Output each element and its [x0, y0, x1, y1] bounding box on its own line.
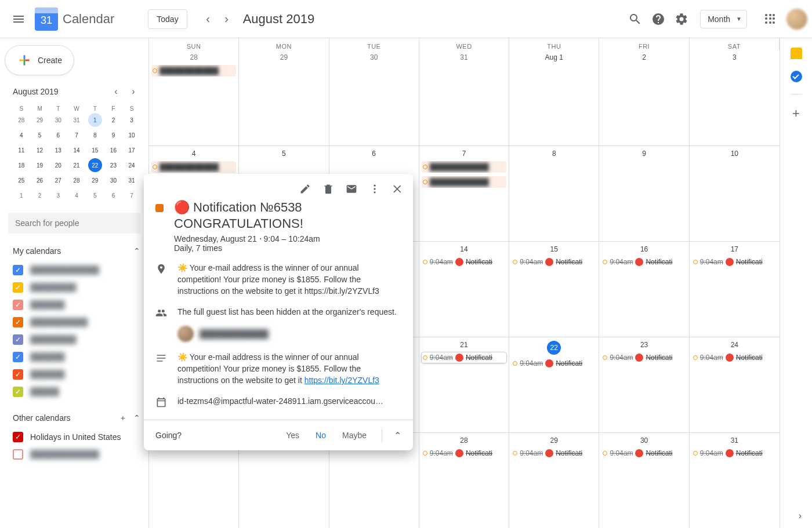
- other-calendars-toggle[interactable]: ⌃: [133, 413, 140, 423]
- add-addon-button[interactable]: +: [792, 106, 800, 121]
- mini-day[interactable]: 4: [70, 188, 84, 202]
- mini-day[interactable]: 29: [33, 113, 47, 127]
- next-month-button[interactable]: ›: [217, 10, 236, 28]
- mini-day[interactable]: 5: [88, 188, 102, 202]
- event-chip[interactable]: 9:04am Notificati: [601, 352, 686, 363]
- mini-day[interactable]: 6: [106, 188, 120, 202]
- day-cell[interactable]: 309:04am Notificati: [599, 433, 689, 528]
- mini-day[interactable]: 24: [125, 158, 139, 172]
- event-chip[interactable]: 9:04am Notificati: [512, 257, 596, 267]
- mini-day[interactable]: 8: [88, 128, 102, 142]
- mini-day[interactable]: 2: [106, 113, 120, 127]
- day-cell[interactable]: 149:04am Notificati: [419, 242, 509, 337]
- event-chip[interactable]: 9:04am Notificati: [601, 257, 686, 267]
- calendar-item[interactable]: ✓██████: [13, 348, 140, 366]
- rsvp-no-button[interactable]: No: [312, 428, 329, 442]
- day-cell[interactable]: 229:04am Notificati: [509, 337, 599, 432]
- mini-prev-button[interactable]: ‹: [109, 85, 123, 99]
- mini-day[interactable]: 31: [125, 173, 139, 187]
- support-button[interactable]: [647, 8, 670, 31]
- day-cell[interactable]: Aug 1: [509, 50, 599, 145]
- mini-day[interactable]: 3: [51, 188, 65, 202]
- calendar-checkbox[interactable]: ✓: [13, 387, 23, 397]
- email-guests-button[interactable]: [341, 179, 362, 199]
- mini-day[interactable]: 18: [14, 158, 28, 172]
- day-cell[interactable]: 29: [239, 50, 329, 145]
- mini-day[interactable]: 27: [51, 173, 65, 187]
- mini-day[interactable]: 23: [106, 158, 120, 172]
- mini-day[interactable]: 1: [14, 188, 28, 202]
- mini-day[interactable]: 12: [33, 143, 47, 157]
- mini-day[interactable]: 17: [125, 143, 139, 157]
- day-cell[interactable]: 219:04am Notificati: [419, 337, 509, 432]
- mini-day[interactable]: 31: [70, 113, 84, 127]
- mini-day[interactable]: 28: [70, 173, 84, 187]
- mini-day[interactable]: 1: [88, 113, 102, 127]
- mini-day[interactable]: 10: [125, 128, 139, 142]
- day-cell[interactable]: 31: [419, 50, 509, 145]
- mini-day[interactable]: 30: [106, 173, 120, 187]
- mini-day[interactable]: 11: [14, 143, 28, 157]
- calendar-checkbox[interactable]: ✓: [13, 282, 23, 293]
- calendar-item[interactable]: ✓██████████: [13, 314, 140, 331]
- mini-day[interactable]: 26: [33, 173, 47, 187]
- mini-day[interactable]: 5: [33, 128, 47, 142]
- day-cell[interactable]: 289:04am Notificati: [419, 433, 509, 528]
- day-cell[interactable]: 179:04am Notificati: [690, 242, 780, 337]
- calendar-item[interactable]: ✓████████: [13, 331, 140, 348]
- day-cell[interactable]: 319:04am Notificati: [690, 433, 780, 528]
- mini-day[interactable]: 30: [51, 113, 65, 127]
- event-chip[interactable]: ████████████: [151, 161, 236, 173]
- event-chip[interactable]: 9:04am Notificati: [601, 448, 686, 458]
- mini-day[interactable]: 4: [14, 128, 28, 142]
- event-chip[interactable]: 9:04am Notificati: [512, 448, 596, 458]
- calendar-item[interactable]: ✓Holidays in United States: [13, 428, 140, 446]
- rsvp-yes-button[interactable]: Yes: [282, 428, 303, 442]
- create-button[interactable]: Create: [5, 45, 74, 75]
- mini-day[interactable]: 9: [106, 128, 120, 142]
- day-cell[interactable]: 9: [599, 146, 689, 241]
- event-chip[interactable]: 9:04am Notificati: [422, 448, 506, 458]
- calendar-checkbox[interactable]: ✓: [13, 265, 23, 275]
- calendar-item[interactable]: ✓██████: [13, 296, 140, 314]
- delete-event-button[interactable]: [318, 179, 339, 199]
- google-apps-button[interactable]: [759, 8, 782, 31]
- account-avatar[interactable]: [786, 9, 807, 30]
- mini-day[interactable]: 3: [125, 113, 139, 127]
- mini-day[interactable]: 28: [14, 113, 28, 127]
- mini-day[interactable]: 25: [14, 173, 28, 187]
- event-chip[interactable]: 9:04am Notificati: [512, 358, 596, 369]
- event-chip[interactable]: 9:04am Notificati: [692, 448, 777, 458]
- calendar-item[interactable]: ✓████████: [13, 279, 140, 296]
- mini-day[interactable]: 21: [70, 158, 84, 172]
- mini-day[interactable]: 20: [51, 158, 65, 172]
- today-button[interactable]: Today: [148, 9, 187, 29]
- my-calendars-toggle[interactable]: My calendars ⌃: [13, 246, 140, 256]
- mini-day[interactable]: 7: [70, 128, 84, 142]
- view-select[interactable]: Month ▼: [700, 10, 747, 28]
- tasks-icon[interactable]: [791, 71, 802, 82]
- mini-day[interactable]: 22: [88, 158, 102, 172]
- rsvp-options-button[interactable]: ⌃: [394, 430, 401, 441]
- mini-day[interactable]: 14: [70, 143, 84, 157]
- calendar-item[interactable]: ✓██████: [13, 366, 140, 383]
- description-link[interactable]: https://bit.ly/2YZVLf3: [304, 376, 379, 385]
- mini-day[interactable]: 19: [33, 158, 47, 172]
- edit-event-button[interactable]: [295, 179, 316, 199]
- rsvp-maybe-button[interactable]: Maybe: [339, 428, 370, 442]
- mini-day[interactable]: 15: [88, 143, 102, 157]
- mini-day[interactable]: 7: [125, 188, 139, 202]
- calendar-checkbox[interactable]: ✓: [13, 369, 23, 380]
- calendar-checkbox[interactable]: ✓: [13, 352, 23, 362]
- keep-icon[interactable]: [791, 48, 802, 59]
- event-chip[interactable]: 9:04am Notificati: [692, 257, 777, 267]
- side-panel-expand-button[interactable]: ›: [799, 511, 802, 521]
- main-menu-button[interactable]: [5, 5, 32, 33]
- event-chip[interactable]: 9:04am Notificati: [692, 352, 777, 363]
- calendar-checkbox[interactable]: ✓: [13, 334, 23, 345]
- day-cell[interactable]: 30: [329, 50, 419, 145]
- calendar-checkbox[interactable]: ✓: [13, 300, 23, 310]
- mini-day[interactable]: 16: [106, 143, 120, 157]
- search-people-input[interactable]: [8, 213, 140, 234]
- day-cell[interactable]: 3: [690, 50, 780, 145]
